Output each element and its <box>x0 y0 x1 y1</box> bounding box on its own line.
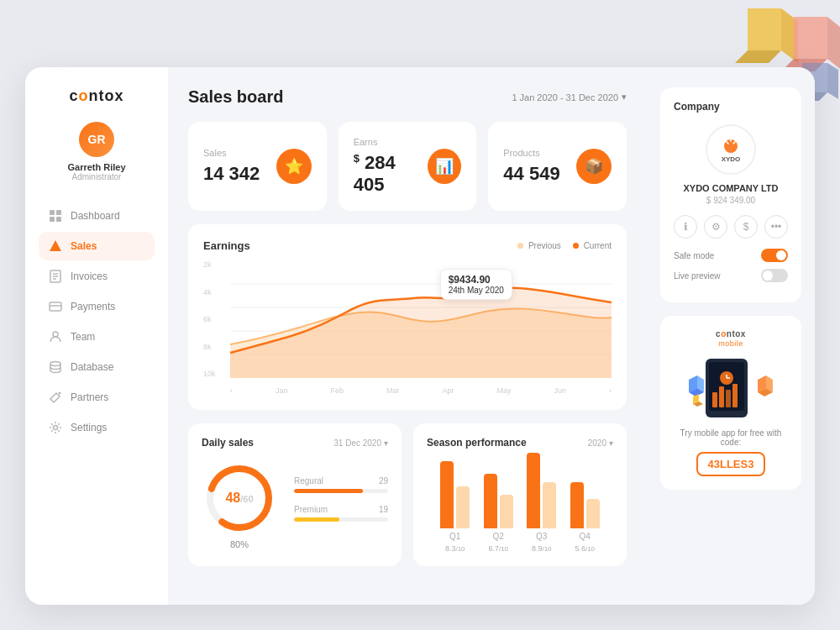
daily-sales-date-picker[interactable]: 31 Dec 2020 ▾ <box>333 438 388 448</box>
svg-rect-10 <box>56 210 61 215</box>
svg-point-22 <box>59 392 61 395</box>
safe-mode-toggle[interactable] <box>761 249 788 262</box>
svg-point-21 <box>50 362 60 366</box>
svg-rect-18 <box>50 302 61 311</box>
chevron-down-icon: ▾ <box>609 438 613 448</box>
chart-area: 10k 8k 6k 4k 2k <box>203 260 612 395</box>
donut-wrapper: 48/60 80% <box>202 460 277 549</box>
page-title: Sales board <box>188 87 283 107</box>
main-content: Sales board 1 Jan 2020 - 31 Dec 2020 ▾ S… <box>168 67 647 605</box>
safe-mode-label: Safe mode <box>674 251 714 260</box>
stat-icon-sales: ⭐ <box>276 149 312 184</box>
sidebar-item-invoices[interactable]: Invoices <box>39 262 155 291</box>
daily-sales-card: Daily sales 31 Dec 2020 ▾ <box>188 423 402 566</box>
right-panel: Company XYDO XYDO COMPANY LTD $ 924 349.… <box>647 67 815 605</box>
tooltip-value: $9434.90 <box>449 274 504 286</box>
legend-dot-previous <box>517 243 523 249</box>
gear-button[interactable]: ⚙ <box>704 215 727 239</box>
svg-rect-39 <box>732 384 738 407</box>
company-panel-title: Company <box>674 101 788 113</box>
bar-fill-regural <box>294 489 363 493</box>
stat-label-products: Products <box>503 148 559 158</box>
season-q2: Q2 6.7/10 <box>484 474 513 553</box>
season-q1: Q1 8.3/10 <box>440 461 470 553</box>
season-bar-q2-a <box>484 474 497 528</box>
donut-chart: 48/60 <box>202 460 277 536</box>
bar-value-regural: 29 <box>379 476 388 486</box>
season-chart: Q1 8.3/10 Q2 6.7/10 <box>427 460 613 553</box>
settings-icon <box>49 421 62 434</box>
stat-card-products: Products 44 549 📦 <box>488 122 627 211</box>
chart-nav-prev[interactable]: ‹ <box>230 386 233 395</box>
sidebar-item-team[interactable]: Team <box>39 323 155 351</box>
app-shell: contox GR Garreth Riley Administrator Da… <box>25 67 815 605</box>
live-preview-label: Live preview <box>674 271 721 281</box>
svg-rect-9 <box>50 210 55 215</box>
chart-nav-next[interactable]: › <box>609 386 612 395</box>
svg-rect-37 <box>719 386 724 407</box>
svg-rect-38 <box>726 390 731 407</box>
chevron-down-icon: ▾ <box>384 438 388 448</box>
sidebar-item-sales[interactable]: Sales <box>39 232 155 260</box>
legend-previous: Previous <box>517 241 561 250</box>
earnings-chart-card: Earnings Previous Current 10k 8k 6k <box>188 224 627 410</box>
nav-label-database: Database <box>71 361 113 373</box>
live-preview-toggle[interactable] <box>761 269 788 282</box>
company-logo: XYDO <box>706 124 756 175</box>
promo-code[interactable]: 43LLES3 <box>696 452 766 476</box>
invoices-icon <box>49 270 62 283</box>
safe-mode-row: Safe mode <box>674 249 788 262</box>
season-bar-q4-b <box>586 499 600 528</box>
sidebar-item-database[interactable]: Database <box>39 353 155 381</box>
more-button[interactable]: ••• <box>764 215 788 239</box>
date-range-picker[interactable]: 1 Jan 2020 - 31 Dec 2020 ▾ <box>512 92 627 102</box>
season-label-q3: Q3 <box>536 532 547 541</box>
company-card: Company XYDO XYDO COMPANY LTD $ 924 349.… <box>660 87 801 302</box>
bar-value-premium: 19 <box>379 505 388 514</box>
season-value-q1: 8.3/10 <box>445 544 465 553</box>
dollar-button[interactable]: $ <box>734 215 758 239</box>
bar-item-premium: Premium 19 <box>294 505 388 522</box>
stat-icon-earns: 📊 <box>428 149 461 184</box>
mobile-phone-illustration <box>674 354 788 422</box>
nav-label-dashboard: Dashboard <box>71 210 120 222</box>
sales-icon <box>49 239 62 253</box>
season-bar-q2-b <box>500 495 513 528</box>
date-range-label: 1 Jan 2020 - 31 Dec 2020 <box>512 92 618 102</box>
season-bar-q1-a <box>440 461 454 528</box>
nav-label-team: Team <box>71 331 95 343</box>
partners-icon <box>49 391 62 404</box>
bar-item-regural: Regural 29 <box>294 476 388 493</box>
daily-sales-bars: Regural 29 Premium 19 <box>294 476 388 533</box>
stat-value-products: 44 549 <box>503 163 559 185</box>
mobile-promo-text: Try mobile app for free with code: <box>674 428 788 447</box>
chart-legend: Previous Current <box>517 241 612 250</box>
season-bar-q3-a <box>527 453 540 528</box>
stat-icon-products: 📦 <box>576 149 612 184</box>
season-label-q1: Q1 <box>449 532 460 541</box>
chevron-down-icon: ▾ <box>622 92 627 102</box>
sidebar-item-dashboard[interactable]: Dashboard <box>39 202 155 230</box>
stat-card-earns: Earns $ 284 405 📊 <box>339 122 477 211</box>
currency-symbol: $ <box>354 152 360 165</box>
bar-track-premium <box>294 517 388 522</box>
svg-marker-5 <box>827 17 840 69</box>
app-logo: contox <box>69 87 123 105</box>
svg-point-20 <box>53 332 58 337</box>
sidebar-item-settings[interactable]: Settings <box>39 413 155 442</box>
info-button[interactable]: ℹ <box>674 215 697 239</box>
svg-marker-3 <box>794 17 827 59</box>
season-year-picker[interactable]: 2020 ▾ <box>588 438 613 448</box>
tooltip-date: 24th May 2020 <box>449 286 504 295</box>
bar-label-premium: Premium <box>294 505 328 514</box>
stat-label-sales: Sales <box>203 148 260 158</box>
stat-cards: Sales 14 342 ⭐ Earns $ 284 405 📊 <box>188 122 627 211</box>
sidebar-item-payments[interactable]: Payments <box>39 292 155 321</box>
season-q4: Q4 5.6/10 <box>570 482 600 553</box>
svg-rect-12 <box>56 217 61 222</box>
sidebar-item-partners[interactable]: Partners <box>39 383 155 412</box>
nav-label-partners: Partners <box>71 391 108 403</box>
stat-value-earns: $ 284 405 <box>354 152 428 196</box>
season-label-q2: Q2 <box>493 532 504 541</box>
stat-label-earns: Earns <box>354 137 428 147</box>
